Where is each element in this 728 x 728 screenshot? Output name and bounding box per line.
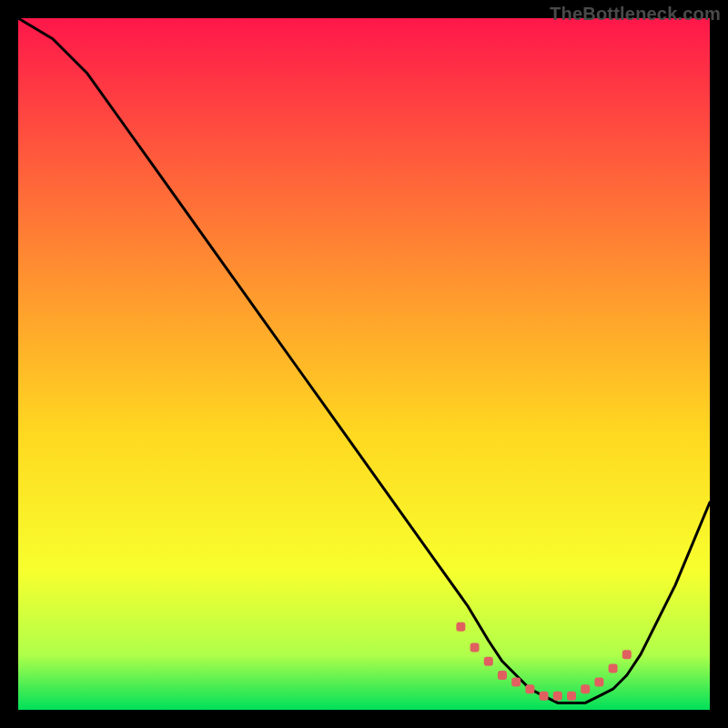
curve-marker [567, 692, 576, 701]
curve-marker [511, 678, 521, 687]
curve-marker [525, 684, 534, 693]
curve-markers [456, 622, 631, 701]
chart-stage: TheBottleneck.com [0, 0, 728, 728]
bottleneck-curve [18, 18, 710, 703]
curve-marker [609, 663, 618, 672]
curve-marker [553, 692, 562, 701]
curve-marker [622, 650, 632, 659]
curve-marker [581, 684, 590, 693]
curve-marker [456, 622, 465, 632]
curve-marker [470, 643, 480, 652]
curve-marker [594, 678, 603, 687]
watermark-text: TheBottleneck.com [550, 4, 721, 25]
curve-marker [540, 692, 549, 701]
curve-overlay [18, 18, 710, 710]
curve-marker [484, 657, 493, 666]
curve-marker [498, 671, 507, 680]
